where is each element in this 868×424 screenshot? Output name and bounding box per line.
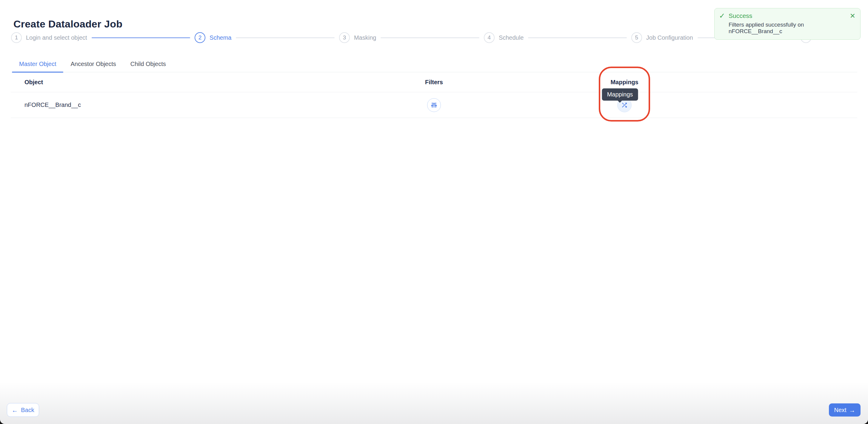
step-5-label: Job Configuration	[646, 34, 693, 41]
step-1-number: 1	[11, 32, 22, 43]
back-arrow-icon: ←	[12, 407, 18, 413]
mappings-tooltip-text: Mappings	[607, 91, 633, 98]
step-connector-done	[92, 37, 190, 38]
step-schema[interactable]: 2 Schema	[195, 32, 231, 43]
tab-child-objects[interactable]: Child Objects	[123, 61, 173, 72]
mappings-tooltip: Mappings	[602, 88, 638, 101]
next-button[interactable]: Next →	[829, 403, 861, 417]
step-4-label: Schedule	[499, 34, 524, 41]
toast-message: Filters applied successfully on nFORCE__…	[728, 22, 855, 35]
filter-sliders-icon	[430, 101, 438, 109]
table-row: nFORCE__Brand__c	[11, 92, 857, 118]
next-button-label: Next	[834, 407, 846, 414]
next-arrow-icon: →	[849, 407, 856, 413]
step-2-number: 2	[195, 32, 205, 43]
object-name: nFORCE__Brand__c	[11, 101, 383, 109]
tab-ancestor-objects[interactable]: Ancestor Objects	[63, 61, 123, 72]
step-3-label: Masking	[354, 34, 376, 41]
step-login-and-select-object[interactable]: 1 Login and select object	[11, 32, 87, 43]
tab-child-objects-label: Child Objects	[130, 61, 166, 67]
filters-button[interactable]	[427, 98, 441, 112]
step-4-number: 4	[484, 32, 495, 43]
step-5-number: 5	[631, 32, 642, 43]
step-masking[interactable]: 3 Masking	[339, 32, 376, 43]
column-header-object: Object	[11, 79, 383, 86]
step-connector	[528, 37, 626, 38]
column-header-mappings: Mappings	[485, 79, 764, 86]
step-job-configuration[interactable]: 5 Job Configuration	[631, 32, 693, 43]
toast-close-icon[interactable]: ✕	[850, 12, 856, 20]
tab-master-object-label: Master Object	[19, 61, 56, 67]
step-1-label: Login and select object	[26, 34, 87, 41]
app-window: Create Dataloader Job 1 Login and select…	[0, 0, 868, 424]
success-check-icon: ✓	[719, 12, 725, 20]
step-2-label: Schema	[210, 34, 231, 41]
success-toast: ✓ Success ✕ Filters applied successfully…	[714, 8, 861, 40]
tab-master-object[interactable]: Master Object	[12, 61, 63, 72]
table-header-row: Object Filters Mappings	[11, 72, 857, 92]
object-tabs: Master Object Ancestor Objects Child Obj…	[12, 61, 857, 72]
step-connector	[236, 37, 334, 38]
step-connector	[380, 37, 479, 38]
back-button[interactable]: ← Back	[7, 403, 39, 417]
back-button-label: Back	[21, 407, 34, 414]
column-header-filters: Filters	[383, 79, 485, 86]
step-3-number: 3	[339, 32, 350, 43]
step-schedule[interactable]: 4 Schedule	[484, 32, 524, 43]
toast-title: Success	[728, 12, 752, 20]
tab-ancestor-objects-label: Ancestor Objects	[70, 61, 116, 67]
objects-table: Object Filters Mappings nFORCE__Brand__c	[11, 72, 857, 118]
